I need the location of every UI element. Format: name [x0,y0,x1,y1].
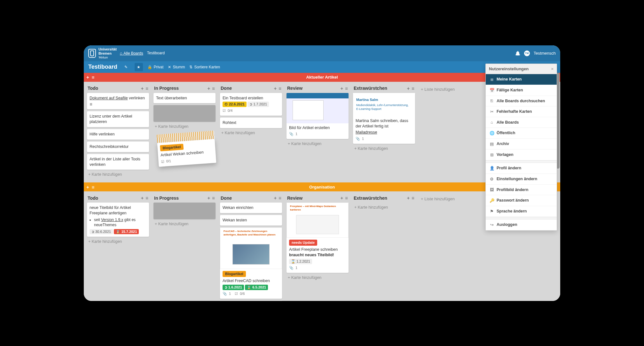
card[interactable]: neue Titelbild für Artikel Freeplane anf… [87,203,149,237]
add-swimlane-icon[interactable]: + [86,74,89,80]
sidebar-item[interactable]: ▤Archiv [486,139,557,150]
sidebar-item[interactable]: ↪Ausloggen [486,219,557,230]
add-card-icon[interactable]: + [407,86,410,91]
card-title: Bild für Artikel erstellen [289,125,346,131]
sidebar-item[interactable]: ⊞Vorlagen [486,150,557,160]
list-menu-icon[interactable]: ≡ [345,195,348,201]
add-card-button[interactable]: Karte hinzufügen [352,144,416,153]
sidebar-item[interactable]: ✂Fehlerhafte Karten [486,106,557,117]
star-icon[interactable]: ★ [135,63,143,71]
add-list-button[interactable]: Liste hinzufügen [418,84,457,95]
swimlane-menu-icon[interactable]: ≡ [92,184,95,190]
menu-icon: ▤ [490,142,494,146]
avatar[interactable]: TM [524,50,530,56]
privacy-button[interactable]: 🔒 Privat [147,65,164,69]
sidebar-item[interactable]: 🔑Passwort ändern [486,195,557,206]
list-title: In Progress [154,196,179,201]
sidebar-item[interactable]: ⎘Alle Boards durchsuchen [486,96,557,106]
list-menu-icon[interactable]: ≡ [412,195,414,201]
list-menu-icon[interactable]: ≡ [212,195,215,201]
add-card-icon[interactable]: + [207,86,210,91]
card-link[interactable]: Mailadresse [356,130,412,135]
add-card-button[interactable]: Karte hinzufügen [285,273,350,282]
sidebar-item[interactable]: 📅Fällige Karten [486,85,557,96]
list-menu-icon[interactable]: ≡ [345,86,348,91]
card-cover-image: Studytools [220,301,282,301]
card[interactable]: Wekan testen [220,215,282,226]
card-bullet: seit Version 1.9.x gibt es neueThemes [94,217,146,227]
list-menu-icon[interactable]: ≡ [279,195,281,201]
card[interactable]: Lizenz unter dem Artikel platzieren [87,111,149,127]
add-card-icon[interactable]: + [141,195,144,201]
card[interactable]: Blogartikel Artikel FreeCAD schreiben ➲ … [220,227,282,298]
app-window: Universität Bremen Wekan Alle Boards Tes… [84,45,560,301]
swimlane-title: Organisation [309,185,335,189]
add-swimlane-icon[interactable]: + [86,184,89,190]
list-menu-icon[interactable]: ≡ [279,86,281,91]
add-card-button[interactable]: Karte hinzufügen [152,219,217,229]
sidebar-item[interactable]: 🖼Profilbild ändern [486,185,557,195]
sidebar-item[interactable]: 🌐Öffentlich [486,128,557,139]
card-title: Artikel FreeCAD schreiben [223,278,279,284]
add-card-icon[interactable]: + [274,86,277,91]
sort-button[interactable]: ⇅ Sortiere Karten [189,65,220,69]
list-menu-icon[interactable]: ≡ [212,86,215,91]
add-card-button[interactable]: Karte hinzufügen [352,203,416,212]
add-card-icon[interactable]: + [407,195,410,201]
card[interactable]: Text überarbeiten [153,93,216,104]
list-menu-icon[interactable]: ≡ [412,86,414,91]
sidebar-item[interactable]: ⌂Alle Boards [486,117,557,128]
add-card-button[interactable]: Karte hinzufügen [285,139,350,149]
close-icon[interactable]: × [551,66,554,71]
swimlane-menu-icon[interactable]: ≡ [92,74,95,80]
add-card-icon[interactable]: + [274,195,277,201]
sidebar-item[interactable]: ⚙Einstellungen ändern [486,174,557,185]
add-card-button[interactable]: Karte hinzufügen [219,128,283,138]
due-date-badge: ⌛ 15.7.2021 [114,229,139,235]
start-date-badge: ➲ 30.6.2021 [90,229,113,235]
card-placeholder [153,203,216,219]
attachment-icon: 📎 [289,132,294,136]
add-card-button[interactable]: Karte hinzufügen [86,170,150,179]
start-date-badge: ⏲ 22.6.2021 [223,102,247,107]
sidebar-item[interactable]: 👤Profil ändern [486,163,557,174]
username[interactable]: Testmensch [534,51,556,56]
add-card-icon[interactable]: + [207,195,210,201]
add-card-button[interactable]: Karte hinzufügen [86,237,150,246]
attachment-count: 1 [362,136,364,141]
list-review: Review+≡ Bild für Artikel erstellen 📎 1 … [285,84,350,149]
card[interactable]: Studytools [220,301,282,301]
card[interactable]: needs Update Artikel Freeplane schreiben… [287,203,349,273]
card[interactable]: Dokument auf Seafile verlinken≣ [87,93,149,110]
bell-icon[interactable] [515,51,520,56]
add-card-icon[interactable]: + [141,86,144,91]
list-menu-icon[interactable]: ≡ [145,195,148,201]
add-list-button[interactable]: Liste hinzufügen [418,193,457,204]
card[interactable]: Martina Salm Mediendidaktik, Lehr-/Lernu… [353,93,415,144]
menu-icon: ⚙ [490,177,494,181]
add-card-button[interactable]: Karte hinzufügen [152,122,217,131]
breadcrumb-all-boards[interactable]: Alle Boards [120,51,143,56]
sidebar-item[interactable]: ≣Meine Karten [486,74,557,85]
card[interactable]: Artikel in der Liste aller Tools verlink… [87,154,149,170]
card[interactable]: Rechtschreibkorrektur [87,142,149,152]
checklist-count: 0/4 [228,108,232,113]
sidebar-item[interactable]: ⚑Sprache ändern [486,206,557,217]
separator [486,160,557,163]
uni-name-2: Bremen [98,51,117,55]
list-menu-icon[interactable]: ≡ [145,86,148,91]
due-date-badge: ⌛ 6.5.2021 [245,285,268,290]
menu-icon: ⚑ [490,209,494,214]
edit-icon[interactable]: ✎ [122,63,130,71]
mute-button[interactable]: ✕ Stumm [168,65,185,69]
add-card-icon[interactable]: + [340,195,343,201]
card[interactable]: Wekan einrichten [220,203,282,213]
card-dragging[interactable]: Blogartikel Artikel Wekan schreiben ☑ 0/… [157,139,216,167]
add-card-icon[interactable]: + [340,86,343,91]
card[interactable]: Ein Testboard erstellen ⏲ 22.6.2021 ➲ 1.… [220,93,282,116]
swimlane-title: Aktueller Artikel [306,75,338,80]
card[interactable]: Hilfe verlinken [87,129,149,140]
card[interactable]: Rohtext [220,118,282,128]
card[interactable]: Bild für Artikel erstellen 📎 1 [287,93,349,139]
list-title: Done [221,86,232,91]
